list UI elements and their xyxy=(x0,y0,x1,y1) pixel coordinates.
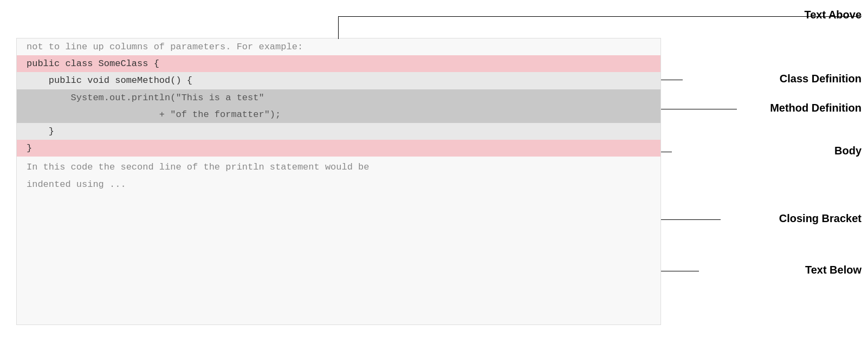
body-label: Body xyxy=(834,145,861,157)
closing-class-line: } xyxy=(17,140,660,157)
body-line-1: System.out.println("This is a test" xyxy=(17,89,660,106)
body-h-line xyxy=(661,152,672,152)
text-below-label: Text Below xyxy=(805,264,861,276)
class-definition-label: Class Definition xyxy=(780,73,861,85)
text-above-h-line xyxy=(338,16,861,17)
class-def-h-line xyxy=(661,80,683,80)
intro-line: not to line up columns of parameters. Fo… xyxy=(17,38,660,55)
class-def-line: public class SomeClass { xyxy=(17,55,660,72)
below-line-2: indented using ... xyxy=(17,176,660,193)
body-line-2: + "of the formatter"); xyxy=(17,106,660,123)
method-definition-label: Method Definition xyxy=(770,102,861,114)
main-container: not to line up columns of parameters. Fo… xyxy=(16,16,861,336)
text-above-v-line xyxy=(338,16,339,39)
below-line-1: In this code the second line of the prin… xyxy=(17,159,660,176)
closing-method-line: } xyxy=(17,123,660,140)
text-below-h-line xyxy=(661,271,699,271)
text-above-label: Text Above xyxy=(804,9,861,21)
method-def-h-line xyxy=(661,109,737,109)
closing-bracket-h-line xyxy=(661,219,721,220)
method-def-line: public void someMethod() { xyxy=(17,72,660,89)
closing-bracket-label: Closing Bracket xyxy=(779,212,861,225)
code-panel: not to line up columns of parameters. Fo… xyxy=(16,38,661,325)
